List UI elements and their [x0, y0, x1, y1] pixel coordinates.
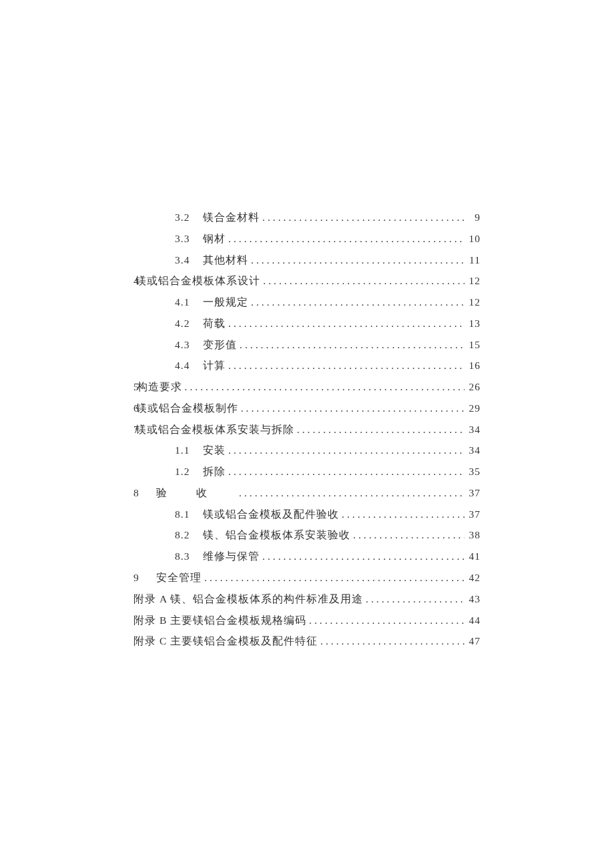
toc-entry-number: 4.4 [175, 355, 198, 376]
toc-entry-page: 12 [465, 292, 481, 313]
toc-leader-dots [260, 270, 465, 292]
toc-entry-title: 镁合金材料 [198, 207, 260, 228]
toc-entry: 6镁或铝合金模板制作29 [133, 398, 481, 419]
toc-entry-page: 34 [465, 419, 481, 440]
toc-entry: 7镁或铝合金模板体系安装与拆除34 [133, 419, 481, 440]
toc-entry-number: 3.2 [175, 207, 198, 228]
toc-leader-dots [363, 588, 465, 610]
toc-entry: 4.2荷载13 [133, 313, 481, 334]
toc-entry-page: 11 [465, 250, 481, 271]
toc-leader-dots [226, 228, 465, 250]
toc-entry-number: 8.3 [175, 546, 198, 567]
toc-entry-page: 16 [465, 355, 481, 376]
toc-entry-page: 15 [465, 334, 481, 356]
toc-entry-number: 3.3 [175, 228, 198, 250]
toc-entry-title: 变形值 [198, 334, 237, 356]
toc-entry: 附录 A 镁、铝合金模板体系的构件标准及用途43 [133, 588, 481, 610]
toc-entry: 1.2拆除35 [133, 461, 481, 482]
toc-entry-number: 1.2 [175, 461, 198, 482]
toc-entry-title: 一般规定 [198, 292, 248, 313]
toc-entry-page: 10 [465, 228, 481, 250]
toc-entry: 1.1安装34 [133, 440, 481, 461]
toc-entry-page: 9 [465, 207, 481, 228]
toc-entry-title: 附录 B 主要镁铝合金模板规格编码 [133, 610, 306, 631]
toc-entry-title: 镁或铝合金模板制作 [136, 398, 238, 419]
toc-entry-title: 构造要求 [137, 376, 182, 398]
toc-leader-dots [248, 292, 465, 313]
toc-entry-page: 42 [465, 567, 481, 588]
toc-entry-title: 镁或铝合金模板体系设计 [135, 270, 260, 292]
toc-entry: 3.2镁合金材料9 [133, 207, 481, 228]
toc-entry-title: 安装 [198, 440, 226, 461]
toc-leader-dots [318, 630, 465, 652]
toc-entry: 附录 C 主要镁铝合金模板及配件特征47 [133, 630, 481, 652]
toc-entry: 8.1镁或铝合金模板及配件验收37 [133, 504, 481, 525]
toc-entry: 4.3变形值15 [133, 334, 481, 356]
toc-entry: 8.2镁、铝合金模板体系安装验收38 [133, 524, 481, 546]
toc-entry: 8验收37 [133, 482, 481, 504]
toc-entry-title: 安全管理 [156, 567, 202, 588]
toc-entry-page: 47 [465, 630, 481, 652]
toc-entry-title: 计算 [198, 355, 226, 376]
toc-leader-dots [226, 461, 465, 482]
toc-entry-page: 29 [465, 398, 481, 419]
toc-leader-dots [260, 546, 465, 567]
toc-entry-title: 拆除 [198, 461, 226, 482]
toc-entry-title: 镁或铝合金模板体系安装与拆除 [135, 419, 294, 440]
toc-entry-number: 8.2 [175, 524, 198, 546]
toc-entry-page: 34 [465, 440, 481, 461]
toc-entry: 3.3钢材10 [133, 228, 481, 250]
toc-leader-dots [226, 355, 465, 376]
toc-entry: 9安全管理42 [133, 567, 481, 588]
toc-leader-dots [202, 567, 465, 588]
toc-entry: 4镁或铝合金模板体系设计12 [133, 270, 481, 292]
toc-entry-title: 维修与保管 [198, 546, 260, 567]
toc-entry: 8.3维修与保管41 [133, 546, 481, 567]
toc-leader-dots [226, 313, 465, 334]
toc-entry: 4.4计算16 [133, 355, 481, 376]
toc-entry-title: 钢材 [198, 228, 226, 250]
toc-leader-dots [226, 440, 465, 461]
toc-leader-dots [248, 250, 465, 271]
toc-leader-dots [350, 524, 465, 546]
toc-entry-number: 8.1 [175, 504, 198, 525]
toc-entry-title: 验收 [156, 482, 236, 504]
toc-entry-number: 4.2 [175, 313, 198, 334]
toc-leader-dots [237, 334, 465, 356]
toc-entry: 4.1一般规定12 [133, 292, 481, 313]
toc-leader-dots [306, 610, 465, 631]
toc-leader-dots [182, 376, 465, 398]
toc-entry-title: 附录 C 主要镁铝合金模板及配件特征 [133, 630, 318, 652]
toc-leader-dots [260, 207, 465, 228]
toc-entry-title: 荷载 [198, 313, 226, 334]
toc-container: 3.2镁合金材料93.3钢材103.4其他材料114镁或铝合金模板体系设计124… [0, 0, 614, 652]
toc-entry-number: 9 [133, 567, 149, 588]
toc-entry-title: 镁、铝合金模板体系安装验收 [198, 524, 350, 546]
toc-entry-page: 43 [465, 588, 481, 610]
toc-entry-title: 附录 A 镁、铝合金模板体系的构件标准及用途 [133, 588, 363, 610]
toc-entry: 5构造要求26 [133, 376, 481, 398]
toc-entry-title: 其他材料 [198, 250, 248, 271]
toc-leader-dots [236, 482, 465, 504]
toc-entry-page: 12 [465, 270, 481, 292]
toc-leader-dots [294, 419, 465, 440]
toc-entry-page: 38 [465, 524, 481, 546]
toc-entry-page: 35 [465, 461, 481, 482]
toc-entry-number: 8 [133, 482, 149, 504]
toc-entry-page: 37 [465, 482, 481, 504]
toc-entry-number: 1.1 [175, 440, 198, 461]
toc-entry-page: 13 [465, 313, 481, 334]
toc-entry: 3.4其他材料11 [133, 250, 481, 271]
toc-entry: 附录 B 主要镁铝合金模板规格编码44 [133, 610, 481, 631]
toc-entry-page: 41 [465, 546, 481, 567]
toc-entry-page: 37 [465, 504, 481, 525]
toc-leader-dots [339, 504, 465, 525]
toc-leader-dots [238, 398, 465, 419]
toc-entry-page: 26 [465, 376, 481, 398]
toc-entry-number: 4.1 [175, 292, 198, 313]
toc-entry-number: 3.4 [175, 250, 198, 271]
toc-entry-page: 44 [465, 610, 481, 631]
toc-entry-title: 镁或铝合金模板及配件验收 [198, 504, 339, 525]
toc-entry-number: 4.3 [175, 334, 198, 356]
